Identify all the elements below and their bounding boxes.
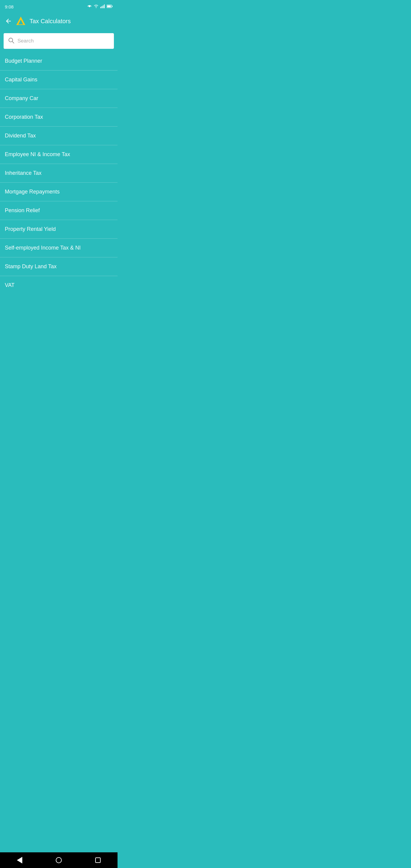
- list-item-label: Stamp Duty Land Tax: [5, 264, 57, 270]
- list-item[interactable]: Employee NI & Income Tax: [0, 145, 118, 164]
- page-title: Tax Calculators: [30, 18, 71, 25]
- search-box[interactable]: [4, 33, 114, 49]
- list-item-label: Dividend Tax: [5, 133, 36, 138]
- svg-rect-3: [101, 6, 102, 8]
- battery-icon: [107, 4, 113, 9]
- back-button[interactable]: [5, 18, 12, 25]
- list-item[interactable]: Corporation Tax: [0, 108, 118, 127]
- search-icon: [8, 37, 14, 45]
- list-item[interactable]: Pension Relief: [0, 201, 118, 220]
- search-input[interactable]: [18, 38, 110, 44]
- status-bar: 9:08: [0, 0, 118, 12]
- list-item-label: Employee NI & Income Tax: [5, 151, 70, 157]
- wifi-icon: [93, 4, 99, 9]
- list-item[interactable]: Self-employed Income Tax & NI: [0, 239, 118, 257]
- list-item[interactable]: Company Car: [0, 89, 118, 108]
- signal-icon: [100, 4, 105, 9]
- list-item-label: Capital Gains: [5, 76, 37, 83]
- calculator-list: Budget PlannerCapital GainsCompany CarCo…: [0, 52, 118, 301]
- list-item-label: Budget Planner: [5, 58, 42, 64]
- svg-rect-4: [103, 5, 103, 8]
- list-item-label: Property Rental Yield: [5, 226, 56, 232]
- notification-icon: [87, 4, 92, 10]
- svg-line-12: [12, 41, 14, 43]
- list-item-label: Inheritance Tax: [5, 170, 41, 176]
- list-item[interactable]: Dividend Tax: [0, 127, 118, 145]
- list-item[interactable]: VAT: [0, 276, 118, 294]
- list-item[interactable]: Stamp Duty Land Tax: [0, 257, 118, 276]
- list-item[interactable]: Budget Planner: [0, 52, 118, 70]
- svg-rect-5: [104, 4, 104, 8]
- list-item-label: Pension Relief: [5, 207, 40, 213]
- list-item-label: VAT: [5, 282, 14, 288]
- status-icons: [87, 4, 113, 10]
- toolbar: Tax Calculators: [0, 12, 118, 30]
- svg-point-1: [96, 7, 96, 8]
- svg-rect-2: [100, 7, 101, 8]
- status-time: 9:08: [5, 4, 13, 9]
- list-item-label: Self-employed Income Tax & NI: [5, 245, 81, 251]
- list-item-label: Mortgage Repayments: [5, 189, 60, 195]
- svg-rect-8: [107, 5, 111, 7]
- list-item-label: Company Car: [5, 95, 38, 101]
- app-logo: [16, 16, 26, 26]
- list-item[interactable]: Inheritance Tax: [0, 164, 118, 183]
- list-item[interactable]: Property Rental Yield: [0, 220, 118, 239]
- list-item[interactable]: Mortgage Repayments: [0, 183, 118, 201]
- search-container: [0, 30, 118, 52]
- list-item[interactable]: Capital Gains: [0, 70, 118, 89]
- svg-rect-7: [112, 5, 113, 7]
- list-item-label: Corporation Tax: [5, 114, 43, 120]
